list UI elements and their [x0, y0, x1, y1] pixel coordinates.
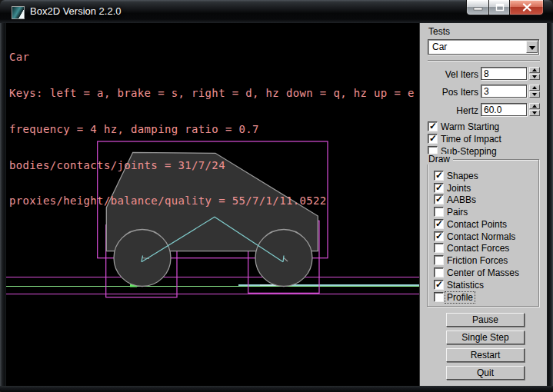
checkbox-box: ✓: [428, 121, 438, 131]
check-icon: ✓: [435, 231, 443, 241]
checkbox-label: Contact Points: [447, 219, 507, 230]
simulation-canvas[interactable]: Car Keys: left = a, brake = s, right = d…: [6, 23, 419, 386]
hertz-input[interactable]: [481, 103, 527, 116]
window-border-right: [547, 23, 553, 386]
checkbox-label: Center of Masses: [447, 267, 519, 278]
checkbox-label: Friction Forces: [447, 255, 508, 266]
single-step-button[interactable]: Single Step: [446, 331, 525, 344]
window-title: Box2D Version 2.2.0: [30, 5, 122, 17]
tests-dropdown-button[interactable]: [526, 41, 538, 53]
checkbox-label: Statistics: [447, 280, 484, 291]
check-icon: ✓: [435, 279, 443, 290]
checkbox-label: Contact Forces: [447, 243, 509, 254]
pos-iters-row: Pos Iters: [420, 85, 541, 98]
vel-iters-row: Vel Iters: [420, 67, 541, 81]
arrow-down-icon: [532, 111, 537, 115]
stats-line-keys: Keys: left = a, brake = s, right = d, hz…: [9, 88, 415, 100]
draw-group-title: Draw: [425, 154, 453, 164]
checkbox-box: [434, 267, 444, 277]
pos-iters-spin-down-button[interactable]: [529, 91, 540, 98]
statistics-text: Car Keys: left = a, brake = s, right = d…: [9, 28, 415, 231]
checkbox-box: ✓: [434, 219, 444, 229]
tests-dropdown-value: Car: [432, 42, 447, 52]
pause-button[interactable]: Pause: [446, 313, 525, 327]
pos-iters-spinner: [529, 85, 540, 98]
stats-line-frequency: frequency = 4 hz, damping ratio = 0.7: [9, 124, 415, 136]
check-icon: ✓: [435, 194, 443, 204]
arrow-up-icon: [532, 105, 537, 108]
tests-dropdown[interactable]: Car: [428, 39, 539, 55]
quit-button[interactable]: Quit: [446, 366, 525, 380]
checkbox-box: [434, 292, 444, 302]
tests-label: Tests: [428, 26, 450, 37]
hertz-spin-up-button[interactable]: [529, 103, 540, 109]
check-icon: ✓: [429, 121, 437, 131]
hertz-label: Hertz: [420, 105, 478, 116]
pos-iters-spin-up-button[interactable]: [529, 85, 540, 91]
separator: [428, 60, 540, 61]
chevron-down-icon: [529, 46, 535, 50]
checkbox-label: Contact Normals: [447, 231, 515, 242]
vel-iters-input[interactable]: [481, 67, 527, 80]
check-icon: ✓: [435, 182, 443, 193]
checkbox-label: Pairs: [447, 207, 468, 218]
checkbox-label: Profile: [445, 292, 475, 303]
arrow-up-icon: [532, 68, 537, 71]
stats-line-title: Car: [9, 51, 415, 64]
pos-iters-input[interactable]: [481, 85, 527, 98]
control-panel: Tests Car Vel Iters Pos Iters: [419, 23, 547, 386]
checkbox-box: ✓: [434, 280, 444, 290]
close-button[interactable]: [509, 0, 544, 15]
checkbox-box: ✓: [428, 134, 438, 144]
checkbox-box: ✓: [434, 183, 444, 193]
close-icon: [510, 0, 545, 15]
caption-buttons: [466, 0, 544, 16]
maximize-button[interactable]: [488, 0, 510, 15]
arrow-down-icon: [532, 75, 537, 78]
checkbox-box: ✓: [434, 194, 444, 204]
arrow-down-icon: [532, 93, 537, 96]
checkbox-box: ✓: [434, 231, 444, 241]
window-border-bottom: [0, 386, 553, 392]
checkbox-box: [434, 207, 444, 217]
checkbox-label: Shapes: [447, 171, 478, 181]
minimize-button[interactable]: [466, 0, 489, 15]
check-icon: ✓: [435, 170, 443, 181]
checkbox-box: ✓: [434, 171, 444, 181]
titlebar[interactable]: Box2D Version 2.2.0: [0, 0, 553, 23]
check-icon: ✓: [435, 218, 443, 229]
vel-iters-spin-up-button[interactable]: [529, 67, 540, 73]
hertz-spinner: [529, 103, 540, 116]
hertz-spin-down-button[interactable]: [529, 110, 540, 116]
checkbox-box: [434, 243, 444, 253]
stats-line-proxies: proxies/height/balance/quality = 55/7/1/…: [9, 195, 415, 208]
minimize-icon: [467, 0, 490, 15]
vel-iters-label: Vel Iters: [420, 69, 478, 80]
checkbox-label: Time of Impact: [441, 134, 501, 145]
app-window: Box2D Version 2.2.0: [0, 0, 553, 392]
vel-iters-spin-down-button[interactable]: [529, 74, 540, 80]
hertz-row: Hertz: [420, 103, 541, 117]
window-border-left: [0, 23, 6, 386]
restart-button[interactable]: Restart: [446, 348, 525, 362]
check-icon: ✓: [429, 133, 437, 144]
stats-line-counts: bodies/contacts/joints = 31/7/24: [9, 160, 415, 172]
app-icon: [12, 6, 25, 19]
checkbox-label: Joints: [447, 183, 471, 194]
checkbox-box: [434, 255, 444, 265]
checkbox-label: AABBs: [447, 194, 476, 205]
checkbox-label: Warm Starting: [441, 121, 499, 132]
vel-iters-spinner: [529, 67, 540, 80]
pos-iters-label: Pos Iters: [420, 87, 478, 98]
arrow-up-icon: [532, 86, 537, 89]
maximize-icon: [489, 0, 511, 15]
